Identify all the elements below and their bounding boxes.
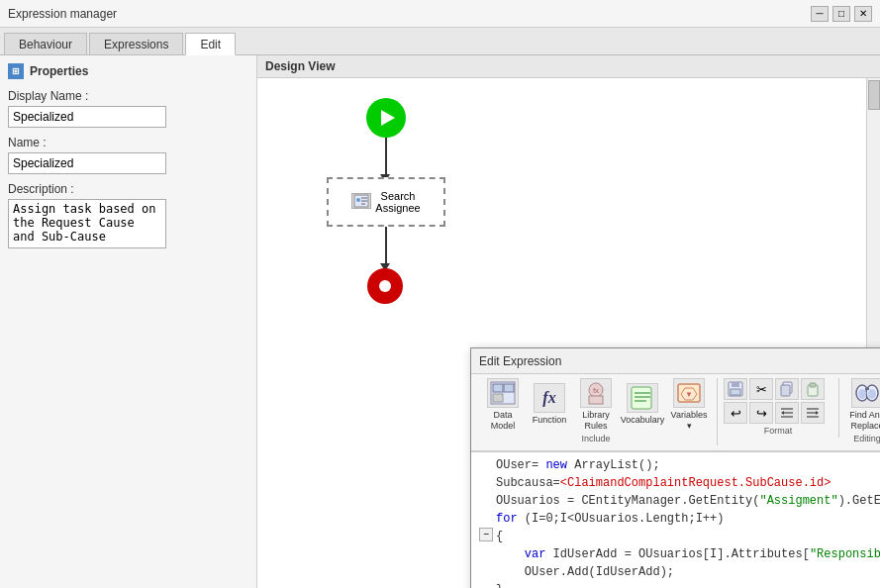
svg-rect-20 [732,382,739,387]
properties-header: ⊞ Properties [8,63,248,79]
editing-icons: Find AndReplace [845,378,880,432]
include-group-label: Include [581,434,610,443]
maximize-button[interactable]: □ [832,6,850,22]
design-view-header: Design View [257,55,880,78]
properties-icon: ⊞ [8,63,24,79]
copy-button[interactable] [775,378,799,400]
data-model-button[interactable]: DataModel [481,378,525,432]
format-icons: ✂ [724,378,832,424]
search-assignee-node[interactable]: SearchAssignee [327,177,445,227]
vocabulary-button[interactable]: Vocabulary [621,383,664,426]
code-line-7: OUser.Add(IdUserAdd); [479,563,880,581]
svg-point-1 [356,198,360,202]
code-line-8: } [479,581,880,588]
title-bar-controls: ─ □ ✕ [811,6,872,22]
connector-1 [385,138,387,177]
tab-behaviour[interactable]: Behaviour [4,33,87,54]
editing-group: Find AndReplace Editing [843,378,880,445]
edit-expression-dialog: Edit Expression ─ □ ✕ [470,347,880,588]
svg-text:▼: ▼ [685,390,693,399]
description-textarea[interactable]: Assign task based on the Request Cause a… [8,199,166,248]
vocabulary-label: Vocabulary [621,415,665,426]
function-icon: fx [534,383,565,413]
display-name-input[interactable] [8,106,166,128]
svg-rect-21 [731,389,740,395]
svg-marker-29 [781,411,784,415]
find-replace-icon [851,378,880,408]
function-label: Function [533,415,567,426]
fold-marker-1[interactable]: − [479,528,493,541]
library-rules-icon: fx [580,378,612,408]
paste-button[interactable] [801,378,825,400]
tab-bar: Behaviour Expressions Edit [0,28,880,55]
format-group-label: Format [764,426,793,436]
library-rules-label: LibraryRules [582,410,610,432]
stop-icon [379,280,391,292]
svg-marker-33 [816,411,819,415]
variables-button[interactable]: ▼ Variables ▾ [667,378,711,432]
code-line-6: var IdUserAdd = OUsuarios[I].Attributes[… [479,545,880,563]
svg-rect-25 [810,383,816,387]
code-line-3: OUsuarios = CEntityManager.GetEntity("As… [479,492,880,510]
left-panel: ⊞ Properties Display Name : Name : Descr… [0,55,257,588]
redo-button[interactable]: ↪ [749,402,773,424]
properties-label: Properties [30,64,88,78]
tab-expressions[interactable]: Expressions [89,33,183,54]
vocabulary-icon [627,383,658,413]
minimize-button[interactable]: ─ [811,6,829,22]
svg-rect-23 [781,385,790,396]
svg-rect-6 [493,384,503,392]
main-content: ⊞ Properties Display Name : Name : Descr… [0,55,880,588]
close-button[interactable]: ✕ [854,6,872,22]
tab-edit[interactable]: Edit [185,33,236,55]
svg-rect-8 [493,394,503,402]
data-model-label: DataModel [491,410,516,432]
indent-right-button[interactable] [801,402,825,424]
format-group: ✂ [722,378,839,438]
node-label: SearchAssignee [375,190,420,214]
display-name-label: Display Name : [8,89,248,103]
svg-point-37 [858,389,866,399]
app-title: Expression manager [8,7,117,21]
find-replace-label: Find AndReplace [849,410,880,432]
svg-rect-10 [589,396,603,404]
include-group: DataModel fx Function [479,378,718,445]
variables-icon: ▼ [673,378,705,408]
code-line-1: OUser= new ArrayList(); [479,456,880,474]
connector-2 [385,227,387,266]
name-label: Name : [8,136,248,149]
node-icon [351,193,371,209]
title-bar: Expression manager ─ □ ✕ [0,0,880,28]
library-rules-button[interactable]: fx LibraryRules [574,378,618,432]
code-line-4: for (I=0;I<OUsuarios.Length;I++) [479,510,880,528]
description-label: Description : [8,182,248,196]
include-icons: DataModel fx Function [481,378,711,432]
function-button[interactable]: fx Function [528,383,571,426]
code-editor[interactable]: OUser= new ArrayList(); Subcausa=<Claima… [471,451,880,588]
find-replace-button[interactable]: Find AndReplace [845,378,880,432]
svg-point-38 [868,389,876,399]
code-line-2: Subcausa=<ClaimandComplaintRequest.SubCa… [479,474,880,492]
data-model-icon [487,378,519,408]
editing-group-label: Editing [853,434,880,443]
toolbar: DataModel fx Function [471,374,880,451]
svg-rect-7 [504,384,514,392]
play-icon [381,110,395,126]
indent-left-button[interactable] [775,402,799,424]
save-button[interactable] [724,378,747,400]
right-panel: Design View [257,55,880,588]
scrollbar-thumb[interactable] [868,80,880,110]
dialog-title: Edit Expression [479,354,561,368]
variables-label: Variables ▾ [667,410,711,432]
code-line-5: − { [479,528,880,545]
svg-rect-12 [632,387,651,409]
cut-button[interactable]: ✂ [749,378,773,400]
undo-button[interactable]: ↩ [724,402,747,424]
svg-text:fx: fx [593,386,599,395]
dialog-title-bar: Edit Expression ─ □ ✕ [471,348,880,374]
name-input[interactable] [8,152,166,174]
